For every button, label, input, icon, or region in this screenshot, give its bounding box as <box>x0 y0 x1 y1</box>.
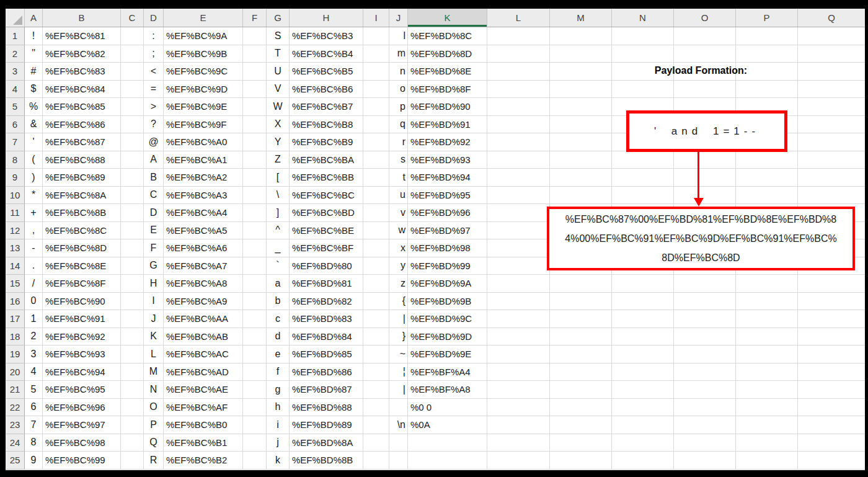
cell-encoding-col-h[interactable]: %EF%BD%86 <box>290 363 363 381</box>
cell-char-col-d[interactable]: ; <box>144 45 164 63</box>
cell-char-col-d[interactable]: A <box>144 151 164 169</box>
cell-encoding-col-k[interactable] <box>408 452 487 470</box>
row-header[interactable]: 10 <box>6 187 25 205</box>
cell-empty-col-i[interactable] <box>363 45 389 63</box>
cell-empty-col-o[interactable] <box>674 293 736 311</box>
cell-char-col-g[interactable]: [ <box>267 169 290 187</box>
cell-empty-col-q[interactable] <box>798 328 865 346</box>
cell-empty-col-p[interactable] <box>736 63 798 81</box>
cell-char-col-a[interactable]: & <box>25 116 43 134</box>
cell-encoding-col-b[interactable]: %EF%BC%87 <box>43 133 121 151</box>
cell-empty-col-f[interactable] <box>243 363 267 381</box>
cell-char-col-j[interactable]: q <box>389 116 408 134</box>
cell-empty-col-i[interactable] <box>363 257 389 275</box>
cell-char-col-d[interactable]: ? <box>144 116 164 134</box>
cell-char-col-j[interactable]: u <box>389 187 408 205</box>
cell-empty-col-m[interactable] <box>550 434 612 452</box>
cell-char-col-a[interactable]: . <box>25 257 43 275</box>
cell-char-col-g[interactable]: j <box>267 434 290 452</box>
cell-encoding-col-k[interactable]: %EF%BD%92 <box>408 133 487 151</box>
cell-encoding-col-b[interactable]: %EF%BC%98 <box>43 434 121 452</box>
cell-char-col-j[interactable]: n <box>389 63 408 81</box>
cell-empty-col-l[interactable] <box>487 27 550 45</box>
cell-encoding-col-k[interactable]: %EF%BD%8E <box>408 63 487 81</box>
cell-empty-col-n[interactable] <box>612 275 674 293</box>
cell-char-col-a[interactable]: ( <box>25 151 43 169</box>
cell-empty-col-m[interactable] <box>550 328 612 346</box>
cell-char-col-g[interactable]: g <box>267 381 290 399</box>
cell-encoding-col-e[interactable]: %EF%BC%9E <box>164 98 243 116</box>
cell-encoding-col-e[interactable]: %EF%BC%9F <box>164 116 243 134</box>
cell-char-col-j[interactable]: t <box>389 169 408 187</box>
column-header-p[interactable]: P <box>736 9 798 27</box>
cell-encoding-col-b[interactable]: %EF%BC%86 <box>43 116 121 134</box>
cell-encoding-col-b[interactable]: %EF%BC%97 <box>43 416 121 434</box>
cell-empty-col-p[interactable] <box>736 310 798 328</box>
cell-empty-col-o[interactable] <box>674 399 736 417</box>
cell-empty-col-i[interactable] <box>363 98 389 116</box>
cell-char-col-a[interactable]: * <box>25 187 43 205</box>
cell-empty-col-c[interactable] <box>121 169 144 187</box>
cell-char-col-g[interactable]: U <box>267 63 290 81</box>
cell-encoding-col-e[interactable]: %EF%BC%AB <box>164 328 243 346</box>
cell-char-col-j[interactable]: r <box>389 133 408 151</box>
cell-encoding-col-e[interactable]: %EF%BC%A4 <box>164 204 243 222</box>
cell-empty-col-n[interactable] <box>612 434 674 452</box>
cell-empty-col-n[interactable] <box>612 293 674 311</box>
cell-empty-col-i[interactable] <box>363 239 389 257</box>
cell-encoding-col-e[interactable]: %EF%BC%A9 <box>164 293 243 311</box>
cell-empty-col-p[interactable] <box>736 222 798 240</box>
cell-empty-col-o[interactable] <box>674 434 736 452</box>
cell-empty-col-f[interactable] <box>243 293 267 311</box>
cell-empty-col-q[interactable] <box>798 416 865 434</box>
cell-empty-col-o[interactable] <box>674 81 736 99</box>
column-header-n[interactable]: N <box>612 9 674 27</box>
cell-empty-col-q[interactable] <box>798 116 865 134</box>
cell-empty-col-n[interactable] <box>612 98 674 116</box>
cell-empty-col-c[interactable] <box>121 116 144 134</box>
cell-empty-col-i[interactable] <box>363 310 389 328</box>
cell-empty-col-o[interactable] <box>674 239 736 257</box>
cell-empty-col-i[interactable] <box>363 452 389 470</box>
cell-empty-col-o[interactable] <box>674 416 736 434</box>
cell-empty-col-m[interactable] <box>550 27 612 45</box>
cell-empty-col-l[interactable] <box>487 434 550 452</box>
cell-char-col-a[interactable]: , <box>25 222 43 240</box>
cell-char-col-a[interactable]: 2 <box>25 328 43 346</box>
cell-encoding-col-h[interactable]: %EF%BD%85 <box>290 345 363 363</box>
cell-encoding-col-b[interactable]: %EF%BC%83 <box>43 63 121 81</box>
cell-empty-col-n[interactable] <box>612 310 674 328</box>
cell-empty-col-o[interactable] <box>674 151 736 169</box>
cell-char-col-a[interactable]: 8 <box>25 434 43 452</box>
cell-char-col-g[interactable]: ^ <box>267 222 290 240</box>
cell-empty-col-q[interactable] <box>798 204 865 222</box>
cell-empty-col-n[interactable] <box>612 116 674 134</box>
cell-empty-col-l[interactable] <box>487 116 550 134</box>
cell-empty-col-c[interactable] <box>121 345 144 363</box>
cell-char-col-a[interactable]: ) <box>25 169 43 187</box>
cell-empty-col-m[interactable] <box>550 239 612 257</box>
cell-empty-col-c[interactable] <box>121 328 144 346</box>
row-header[interactable]: 9 <box>6 169 25 187</box>
cell-encoding-col-h[interactable]: %EF%BC%B5 <box>290 63 363 81</box>
row-header[interactable]: 20 <box>6 363 25 381</box>
row-header[interactable]: 12 <box>6 222 25 240</box>
cell-encoding-col-k[interactable]: %EF%BD%96 <box>408 204 487 222</box>
column-header-f[interactable]: F <box>243 9 267 27</box>
cell-encoding-col-k[interactable]: %EF%BD%93 <box>408 151 487 169</box>
cell-empty-col-q[interactable] <box>798 452 865 470</box>
cell-encoding-col-b[interactable]: %EF%BC%8C <box>43 222 121 240</box>
cell-encoding-col-e[interactable]: %EF%BC%AE <box>164 381 243 399</box>
row-header[interactable]: 14 <box>6 257 25 275</box>
cell-encoding-col-k[interactable]: %EF%BD%8C <box>408 27 487 45</box>
column-header-i[interactable]: I <box>363 9 389 27</box>
cell-encoding-col-h[interactable]: %EF%BC%B7 <box>290 98 363 116</box>
cell-char-col-a[interactable]: 4 <box>25 363 43 381</box>
cell-char-col-g[interactable]: ] <box>267 204 290 222</box>
cell-encoding-col-h[interactable]: %EF%BC%B3 <box>290 27 363 45</box>
column-header-q[interactable]: Q <box>798 9 865 27</box>
cell-empty-col-q[interactable] <box>798 169 865 187</box>
cell-empty-col-c[interactable] <box>121 27 144 45</box>
cell-encoding-col-h[interactable]: %EF%BC%BF <box>290 239 363 257</box>
cell-empty-col-f[interactable] <box>243 345 267 363</box>
